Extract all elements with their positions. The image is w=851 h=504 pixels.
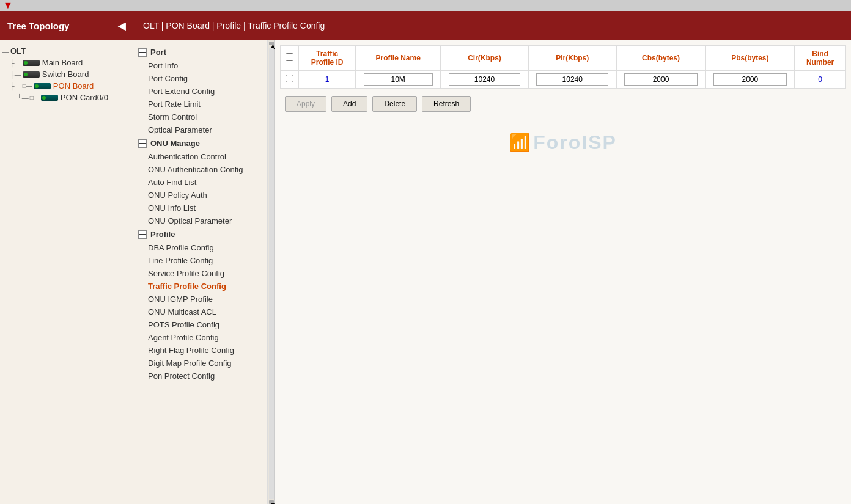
scroll-down-arrow[interactable]: ▼ <box>269 500 274 504</box>
nav-item-port-extend-config[interactable]: Port Extend Config <box>133 85 267 98</box>
breadcrumb: OLT | PON Board | Profile | Traffic Prof… <box>143 21 325 31</box>
port-section-label: Port <box>150 48 166 57</box>
pbs-input[interactable] <box>713 73 786 86</box>
nav-item-pon-protect-config[interactable]: Pon Protect Config <box>133 370 267 382</box>
col-header-pbs-bytes: Pbs(bytes) <box>705 46 795 71</box>
table-header-row: Traffic Profile ID Profile Name Cir(Kbps… <box>281 46 846 71</box>
nav-item-storm-control[interactable]: Storm Control <box>133 111 267 123</box>
data-table: Traffic Profile ID Profile Name Cir(Kbps… <box>280 45 846 89</box>
nav-item-onu-auth-config[interactable]: ONU Authentication Config <box>133 163 267 176</box>
nav-item-right-flag-profile-config[interactable]: Right Flag Profile Config <box>133 344 267 357</box>
cell-profile-name[interactable] <box>356 71 441 89</box>
tree-item-pon-card[interactable]: └— □— PON Card0/0 <box>2 92 130 103</box>
row-checkbox[interactable] <box>286 75 293 82</box>
top-bar: ▼ <box>0 0 851 11</box>
nav-section-port[interactable]: — Port <box>133 45 267 59</box>
row-select-cell <box>281 71 299 89</box>
tree-content: — OLT ├— Main Board ├— Switch Board ├— □… <box>0 40 133 504</box>
watermark-text: ForoISP <box>533 131 617 154</box>
nav-section-profile[interactable]: — Profile <box>133 227 267 241</box>
delete-button[interactable]: Delete <box>372 96 417 112</box>
cbs-input[interactable] <box>624 73 698 86</box>
col-header-bind-number: Bind Number <box>795 46 846 71</box>
switch-board-icon <box>23 71 40 78</box>
col-header-select <box>281 46 299 71</box>
col-header-profile-name: Profile Name <box>356 46 441 71</box>
nav-item-pots-profile-config[interactable]: POTS Profile Config <box>133 318 267 331</box>
pon-card-label: PON Card0/0 <box>61 93 108 102</box>
nav-item-onu-optical-param[interactable]: ONU Optical Parameter <box>133 214 267 227</box>
olt-label: OLT <box>10 46 26 56</box>
tree-item-switch-board[interactable]: ├— Switch Board <box>2 68 130 80</box>
tree-connector-pon-board: ├— <box>10 82 21 90</box>
right-panel: OLT | PON Board | Profile | Traffic Prof… <box>133 11 851 504</box>
nav-item-dba-profile-config[interactable]: DBA Profile Config <box>133 241 267 254</box>
nav-item-line-profile-config[interactable]: Line Profile Config <box>133 254 267 267</box>
add-button[interactable]: Add <box>331 96 367 112</box>
scroll-up-arrow[interactable]: ▲ <box>269 42 274 45</box>
cell-bind-number: 0 <box>795 71 846 89</box>
tree-connector-olt: — <box>2 48 9 55</box>
refresh-button[interactable]: Refresh <box>422 96 471 112</box>
profile-checkbox[interactable]: — <box>138 230 147 239</box>
col-header-pir-kbps: Pir(Kbps) <box>528 46 616 71</box>
table-area: Traffic Profile ID Profile Name Cir(Kbps… <box>275 40 851 504</box>
nav-item-port-config[interactable]: Port Config <box>133 72 267 85</box>
nav-item-optical-parameter[interactable]: Optical Parameter <box>133 123 267 136</box>
content-area: — Port Port Info Port Config Port Extend… <box>133 40 851 504</box>
col-header-cbs-bytes: Cbs(bytes) <box>616 46 705 71</box>
pon-card-icon <box>41 95 58 101</box>
main-board-icon <box>23 60 40 66</box>
top-arrow-icon: ▼ <box>3 0 13 11</box>
nav-item-onu-policy-auth[interactable]: ONU Policy Auth <box>133 189 267 202</box>
select-all-checkbox[interactable] <box>286 53 293 61</box>
action-bar: Apply Add Delete Refresh <box>280 89 846 119</box>
main-board-label: Main Board <box>42 58 83 67</box>
sidebar-title: Tree Topology <box>7 21 69 31</box>
table-row: 1 <box>281 71 846 89</box>
sidebar: Tree Topology ◀ — OLT ├— Main Board ├— S… <box>0 11 133 504</box>
nav-item-authentication-control[interactable]: Authentication Control <box>133 150 267 163</box>
tree-item-olt[interactable]: — OLT <box>2 45 130 57</box>
scroll-thumb[interactable] <box>269 48 274 499</box>
port-checkbox[interactable]: — <box>138 48 147 57</box>
cell-cbs[interactable] <box>616 71 705 89</box>
tree-item-main-board[interactable]: ├— Main Board <box>2 57 130 68</box>
onu-manage-section-label: ONU Manage <box>150 139 200 148</box>
sidebar-collapse-icon[interactable]: ◀ <box>118 20 125 32</box>
tree-connector-switch-board: ├— <box>10 71 21 78</box>
switch-board-label: Switch Board <box>42 70 89 79</box>
nav-item-traffic-profile-config[interactable]: Traffic Profile Config <box>133 280 267 293</box>
nav-item-onu-igmp-profile[interactable]: ONU IGMP Profile <box>133 293 267 305</box>
profile-name-input[interactable] <box>364 73 433 86</box>
cir-input[interactable] <box>449 73 521 86</box>
cell-pbs[interactable] <box>705 71 795 89</box>
pon-board-icon <box>34 83 51 89</box>
nav-panel: — Port Port Info Port Config Port Extend… <box>133 40 268 504</box>
nav-item-onu-multicast-acl[interactable]: ONU Multicast ACL <box>133 305 267 318</box>
pon-board-label: PON Board <box>53 81 94 90</box>
nav-scrollbar[interactable]: ▲ ▼ <box>268 40 275 504</box>
col-header-cir-kbps: Cir(Kbps) <box>441 46 529 71</box>
onu-manage-checkbox[interactable]: — <box>138 139 147 148</box>
nav-item-service-profile-config[interactable]: Service Profile Config <box>133 267 267 280</box>
cell-cir[interactable] <box>441 71 529 89</box>
nav-item-onu-info-list[interactable]: ONU Info List <box>133 202 267 214</box>
sidebar-header: Tree Topology ◀ <box>0 11 133 40</box>
signal-icon: 📶 <box>509 133 531 153</box>
cell-pir[interactable] <box>528 71 616 89</box>
col-header-traffic-profile-id: Traffic Profile ID <box>299 46 356 71</box>
nav-item-port-info[interactable]: Port Info <box>133 59 267 72</box>
nav-item-auto-find-list[interactable]: Auto Find List <box>133 176 267 189</box>
nav-item-digit-map-profile-config[interactable]: Digit Map Profile Config <box>133 357 267 370</box>
nav-item-port-rate-limit[interactable]: Port Rate Limit <box>133 98 267 111</box>
tree-item-pon-board[interactable]: ├— □— PON Board <box>2 80 130 92</box>
nav-item-agent-profile-config[interactable]: Agent Profile Config <box>133 331 267 344</box>
breadcrumb-bar: OLT | PON Board | Profile | Traffic Prof… <box>133 11 851 40</box>
pon-card-expand-icon: □— <box>30 94 40 101</box>
expand-icon: □— <box>23 82 32 89</box>
nav-section-onu-manage[interactable]: — ONU Manage <box>133 136 267 150</box>
pir-input[interactable] <box>536 73 608 86</box>
apply-button[interactable]: Apply <box>285 96 326 112</box>
tree-connector-main-board: ├— <box>10 59 21 67</box>
